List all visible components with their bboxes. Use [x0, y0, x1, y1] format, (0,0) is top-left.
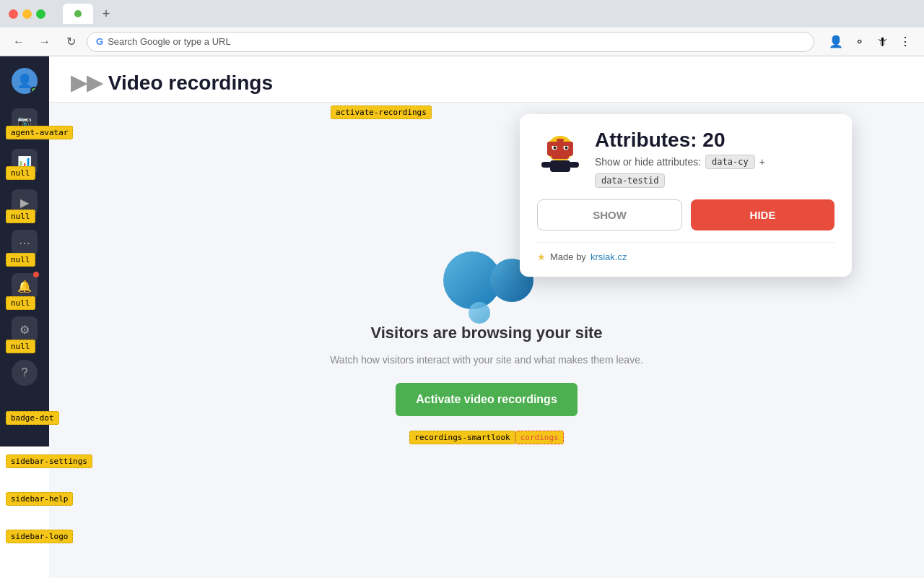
back-button[interactable]: ←	[9, 32, 29, 52]
svg-point-4	[554, 147, 557, 150]
svg-rect-9	[550, 160, 570, 172]
sidebar-item-avatar[interactable]: 👤	[6, 62, 43, 100]
ninja-avatar	[537, 129, 583, 175]
main-header: ▶▶ Video recordings	[49, 56, 924, 103]
annotation-sidebar-settings: sidebar-settings	[6, 454, 92, 468]
badge-data-testid: data-testid	[595, 173, 665, 188]
browser-titlebar: +	[0, 0, 924, 27]
page-content: 👤 📷 📊 ▶	[0, 56, 924, 578]
attributes-popup: Attributes: 20 Show or hide attributes: …	[520, 114, 852, 277]
popup-subtitle-text: Show or hide attributes:	[595, 156, 701, 168]
sidebar-wrapper: 👤 📷 📊 ▶	[0, 56, 49, 578]
address-bar[interactable]: G Search Google or type a URL	[87, 32, 814, 52]
annotation-badge-dot: badge-dot	[6, 411, 59, 425]
forward-button[interactable]: →	[35, 32, 55, 52]
hide-button[interactable]: HIDE	[691, 199, 834, 230]
popup-title-section: Attributes: 20 Show or hide attributes: …	[595, 129, 834, 188]
annotation-activate-recordings: activate-recordings	[331, 105, 432, 119]
avatar: 👤	[12, 68, 38, 94]
annotation-null4: null	[6, 296, 35, 310]
google-icon: G	[96, 36, 103, 47]
svg-rect-8	[552, 153, 569, 159]
extension-icon-3[interactable]: 🗡	[872, 32, 892, 52]
minimize-button[interactable]	[22, 9, 32, 19]
sidebar-item-help[interactable]: ?	[6, 354, 43, 392]
center-section: Visitors are browsing your site Watch ho…	[330, 324, 643, 444]
tab-bar: +	[63, 4, 116, 24]
page-title: ▶▶ Video recordings	[71, 71, 902, 95]
maximize-button[interactable]	[36, 9, 45, 19]
made-by-text: Made by	[550, 251, 586, 262]
visitors-subtitle: Watch how visitors interact with your si…	[330, 354, 643, 366]
popup-footer: ★ Made by krsiak.cz	[537, 242, 834, 262]
badge-data-cy: data-cy	[705, 155, 755, 169]
badge-dot	[33, 272, 39, 277]
made-by-link[interactable]: krsiak.cz	[590, 251, 627, 262]
visitors-title: Visitors are browsing your site	[370, 324, 602, 342]
address-text: Search Google or type a URL	[108, 36, 231, 47]
sidebar: 👤 📷 📊 ▶	[0, 56, 49, 447]
close-button[interactable]	[9, 9, 18, 19]
drop-small	[468, 302, 490, 324]
settings-icon-box: ⚙	[12, 316, 38, 342]
extension-icon-1[interactable]: 👤	[826, 32, 846, 52]
annotation-agent-avatar: agent-avatar	[6, 126, 73, 139]
badge-icon-box: 🔔	[12, 273, 38, 299]
svg-point-5	[565, 147, 568, 150]
toolbar-icons: 👤 ⚬ 🗡 ⋮	[826, 32, 915, 52]
annotation-null1: null	[6, 166, 35, 180]
help-icon-circle: ?	[12, 360, 38, 386]
plus-sign: +	[759, 156, 765, 168]
svg-rect-10	[541, 162, 552, 168]
annotation-sidebar-help: sidebar-help	[6, 492, 73, 506]
show-button[interactable]: SHOW	[537, 199, 682, 230]
tab-favicon	[74, 10, 82, 17]
main-content: ▶▶ Video recordings activate-recordings …	[49, 56, 924, 578]
browser-frame: + ← → ↻ G Search Google or type a URL 👤 …	[0, 0, 924, 578]
annotation-recordings-smartlook: recordings-smartlook	[409, 431, 515, 444]
avatar-online-dot	[30, 87, 38, 94]
active-tab[interactable]	[63, 4, 93, 24]
annotation-null3: null	[6, 253, 35, 267]
annotation-null2: null	[6, 210, 35, 223]
browser-toolbar: ← → ↻ G Search Google or type a URL 👤 ⚬ …	[0, 27, 924, 56]
popup-subtitle: Show or hide attributes: data-cy + data-…	[595, 155, 834, 188]
popup-title: Attributes: 20	[595, 129, 834, 152]
annotation-sidebar-logo: sidebar-logo	[6, 530, 73, 543]
svg-rect-11	[569, 162, 579, 168]
smartlook-annotation-row: recordings-smartlook cordings	[409, 431, 563, 444]
popup-container: Attributes: 20 Show or hide attributes: …	[520, 114, 852, 277]
popup-header: Attributes: 20 Show or hide attributes: …	[537, 129, 834, 188]
menu-button[interactable]: ⋮	[895, 32, 915, 52]
annotation-null5: null	[6, 340, 35, 353]
svg-rect-6	[547, 142, 573, 146]
sidebar-icon-box-4: ⋯	[12, 230, 38, 256]
activate-video-recordings-button[interactable]: Activate video recordings	[396, 383, 578, 416]
popup-buttons: SHOW HIDE	[537, 199, 834, 230]
annotation-cordings: cordings	[515, 431, 564, 444]
star-icon: ★	[537, 251, 546, 262]
traffic-lights	[9, 9, 45, 19]
extension-icon-2[interactable]: ⚬	[849, 32, 869, 52]
reload-button[interactable]: ↻	[61, 32, 81, 52]
svg-rect-7	[557, 139, 564, 142]
new-tab-button[interactable]: +	[96, 4, 116, 24]
